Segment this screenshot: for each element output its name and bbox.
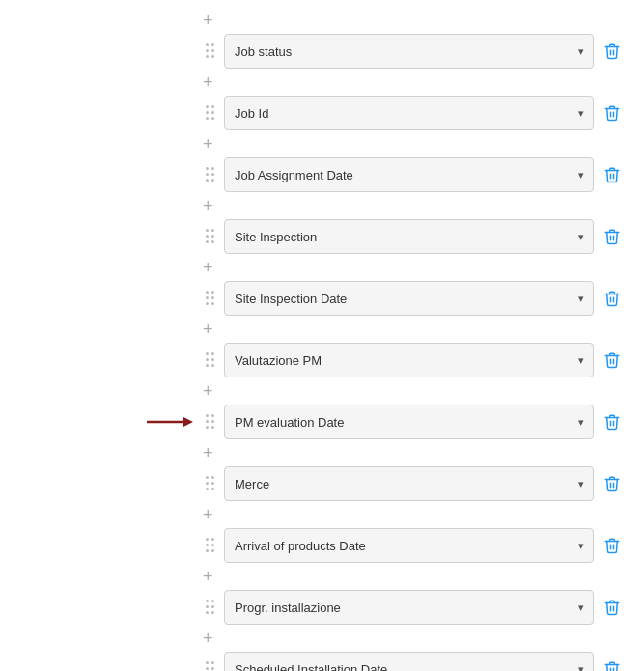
- delete-button-arrival-of-products-date[interactable]: [600, 533, 625, 558]
- add-column-before-valutazione-pm[interactable]: +: [203, 319, 222, 340]
- drag-handle-scheduled-installation-date[interactable]: [203, 659, 218, 671]
- add-column-before-pm-evaluation-date[interactable]: +: [203, 380, 222, 402]
- delete-button-progr-installazione[interactable]: [600, 595, 625, 620]
- trash-icon: [603, 42, 621, 60]
- field-row-arrival-of-products-date: Arrival of products Date▾: [203, 528, 625, 563]
- field-select-wrapper-merce[interactable]: Merce▾: [224, 466, 594, 501]
- add-column-before-job-assignment-date[interactable]: +: [203, 133, 222, 154]
- field-select-wrapper-job-assignment-date[interactable]: Job Assignment Date▾: [224, 157, 594, 192]
- field-select-wrapper-arrival-of-products-date[interactable]: Arrival of products Date▾: [224, 528, 594, 563]
- trash-icon: [603, 475, 621, 492]
- insert-arrow: [147, 415, 193, 429]
- add-column-before-merce[interactable]: +: [203, 442, 222, 463]
- drag-handle-pm-evaluation-date[interactable]: [203, 412, 218, 432]
- field-row-job-assignment-date: Job Assignment Date▾: [203, 157, 625, 192]
- delete-button-valutazione-pm[interactable]: [600, 348, 625, 373]
- drag-handle-job-id[interactable]: [203, 103, 218, 123]
- field-row-merce: Merce▾: [203, 466, 625, 501]
- field-row-site-inspection: Site Inspection▾: [203, 219, 625, 254]
- delete-button-pm-evaluation-date[interactable]: [600, 409, 625, 434]
- fields-list: +Job status▾ +Job Id▾ +Job Assignment Da…: [203, 10, 644, 671]
- trash-icon: [603, 351, 621, 369]
- field-label-arrival-of-products-date[interactable]: Arrival of products Date: [224, 528, 594, 563]
- field-row-job-status: Job status▾: [203, 34, 625, 69]
- drag-handle-arrival-of-products-date[interactable]: [203, 536, 218, 555]
- field-label-job-status[interactable]: Job status: [224, 34, 594, 69]
- field-label-progr-installazione[interactable]: Progr. installazione: [224, 590, 594, 625]
- field-select-wrapper-site-inspection-date[interactable]: Site Inspection Date▾: [224, 281, 594, 316]
- arrow-icon: [147, 415, 193, 429]
- delete-button-merce[interactable]: [600, 471, 625, 496]
- field-label-valutazione-pm[interactable]: Valutazione PM: [224, 343, 594, 377]
- trash-icon: [603, 228, 621, 245]
- add-column-before-progr-installazione[interactable]: +: [203, 566, 222, 587]
- drag-handle-site-inspection-date[interactable]: [203, 289, 218, 308]
- field-label-job-id[interactable]: Job Id: [224, 96, 594, 130]
- field-select-wrapper-valutazione-pm[interactable]: Valutazione PM▾: [224, 343, 594, 377]
- drag-handle-job-status[interactable]: [203, 42, 218, 61]
- add-column-before-job-status[interactable]: +: [203, 10, 222, 31]
- field-select-wrapper-job-status[interactable]: Job status▾: [224, 34, 594, 69]
- trash-icon: [603, 290, 621, 307]
- delete-button-site-inspection-date[interactable]: [600, 286, 625, 311]
- add-column-before-site-inspection-date[interactable]: +: [203, 257, 222, 278]
- drag-handle-job-assignment-date[interactable]: [203, 165, 218, 184]
- delete-button-job-id[interactable]: [600, 100, 625, 126]
- field-row-job-id: Job Id▾: [203, 96, 625, 130]
- drag-handle-merce[interactable]: [203, 474, 218, 493]
- field-label-merce[interactable]: Merce: [224, 466, 594, 501]
- delete-button-site-inspection[interactable]: [600, 224, 625, 249]
- add-column-before-arrival-of-products-date[interactable]: +: [203, 504, 222, 525]
- trash-icon: [603, 660, 621, 671]
- field-select-wrapper-pm-evaluation-date[interactable]: PM evaluation Date▾: [224, 405, 594, 439]
- add-column-before-site-inspection[interactable]: +: [203, 195, 222, 216]
- trash-icon: [603, 166, 621, 183]
- delete-button-scheduled-installation-date[interactable]: [600, 657, 625, 671]
- trash-icon: [603, 104, 621, 122]
- field-row-site-inspection-date: Site Inspection Date▾: [203, 281, 625, 316]
- field-select-wrapper-site-inspection[interactable]: Site Inspection▾: [224, 219, 594, 254]
- add-column-before-scheduled-installation-date[interactable]: +: [203, 628, 222, 649]
- field-label-job-assignment-date[interactable]: Job Assignment Date: [224, 157, 594, 192]
- field-row-progr-installazione: Progr. installazione▾: [203, 590, 625, 625]
- field-label-scheduled-installation-date[interactable]: Scheduled Installation Date: [224, 652, 594, 671]
- field-select-wrapper-job-id[interactable]: Job Id▾: [224, 96, 594, 130]
- insert-column-label: [0, 10, 203, 671]
- drag-handle-site-inspection[interactable]: [203, 227, 218, 246]
- trash-icon: [603, 413, 621, 431]
- drag-handle-progr-installazione[interactable]: [203, 598, 218, 617]
- field-select-wrapper-progr-installazione[interactable]: Progr. installazione▾: [224, 590, 594, 625]
- field-row-pm-evaluation-date: PM evaluation Date▾: [203, 405, 625, 439]
- svg-marker-1: [183, 417, 193, 427]
- drag-handle-valutazione-pm[interactable]: [203, 350, 218, 370]
- delete-button-job-status[interactable]: [600, 39, 625, 64]
- field-label-pm-evaluation-date[interactable]: PM evaluation Date: [224, 405, 594, 439]
- field-select-wrapper-scheduled-installation-date[interactable]: Scheduled Installation Date▾: [224, 652, 594, 671]
- trash-icon: [603, 537, 621, 554]
- field-row-valutazione-pm: Valutazione PM▾: [203, 343, 625, 377]
- field-label-site-inspection[interactable]: Site Inspection: [224, 219, 594, 254]
- trash-icon: [603, 599, 621, 616]
- delete-button-job-assignment-date[interactable]: [600, 162, 625, 187]
- add-column-before-job-id[interactable]: +: [203, 71, 222, 93]
- field-row-scheduled-installation-date: Scheduled Installation Date▾: [203, 652, 625, 671]
- field-label-site-inspection-date[interactable]: Site Inspection Date: [224, 281, 594, 316]
